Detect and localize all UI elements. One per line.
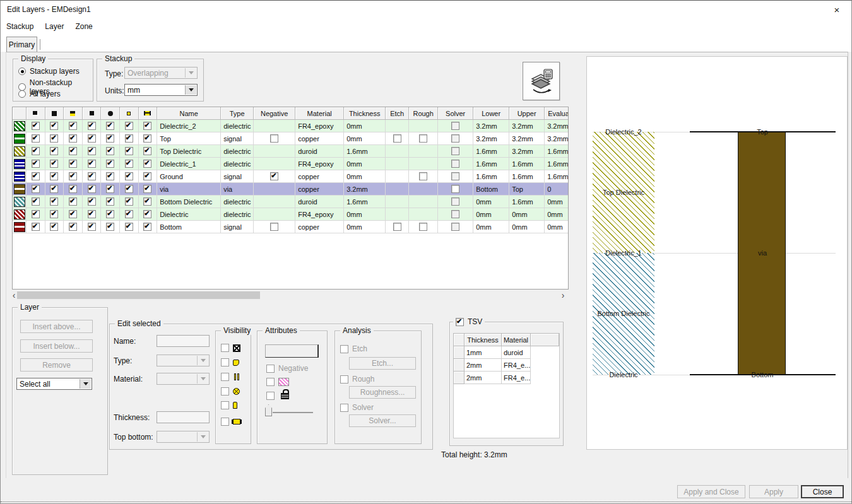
visibility-cell[interactable] xyxy=(101,158,120,170)
visibility-cell[interactable] xyxy=(120,196,139,208)
checkbox[interactable] xyxy=(88,147,96,155)
hatch-checkbox-row[interactable] xyxy=(266,378,289,386)
visibility-checkbox[interactable] xyxy=(221,387,229,396)
checkbox[interactable] xyxy=(451,172,459,180)
checkbox[interactable] xyxy=(50,210,58,218)
checkbox[interactable] xyxy=(451,160,459,168)
visibility-cell[interactable] xyxy=(120,132,139,145)
etch-cell[interactable] xyxy=(386,208,409,221)
layer-row-dielectric_2[interactable]: Dielectric_2dielectricFR4_epoxy0mm3.2mm3… xyxy=(13,120,568,132)
insert-below-button[interactable]: Insert below... xyxy=(20,339,93,353)
checkbox[interactable] xyxy=(106,223,114,231)
checkbox[interactable] xyxy=(143,185,151,193)
negative-cell[interactable] xyxy=(254,221,295,233)
checkbox[interactable] xyxy=(88,134,96,143)
checkbox[interactable] xyxy=(88,160,96,168)
radio-stackup-layers[interactable]: Stackup layers xyxy=(18,67,80,76)
rough-cell[interactable] xyxy=(409,221,438,233)
checkbox[interactable] xyxy=(32,172,40,180)
solver-cell[interactable] xyxy=(438,132,473,145)
view-3d-button[interactable] xyxy=(523,62,560,100)
visibility-cell[interactable] xyxy=(45,170,64,183)
layer-color-swatch[interactable] xyxy=(13,158,27,170)
checkbox[interactable] xyxy=(69,197,77,206)
checkbox[interactable] xyxy=(451,223,459,231)
visibility-cell[interactable] xyxy=(120,208,139,221)
visibility-cell[interactable] xyxy=(27,158,45,170)
transparency-slider-track[interactable] xyxy=(273,412,313,413)
layer-color-swatch[interactable] xyxy=(13,221,27,233)
visibility-cell[interactable] xyxy=(83,120,102,132)
transparency-slider-thumb[interactable] xyxy=(265,404,272,416)
layer-row-top[interactable]: Topsignalcopper0mm3.2mm3.2mm3.2mm xyxy=(13,132,568,145)
layer-row-dielectric[interactable]: DielectricdielectricFR4_epoxy0mm0mm0mm0m… xyxy=(13,208,568,221)
layer-color-swatch[interactable] xyxy=(13,208,27,221)
checkbox[interactable] xyxy=(106,147,114,155)
visibility-cell[interactable] xyxy=(64,208,83,221)
checkbox[interactable] xyxy=(88,185,96,193)
apply-and-close-button[interactable]: Apply and Close xyxy=(677,485,745,498)
visibility-cell[interactable] xyxy=(139,208,158,221)
layer-row-via[interactable]: viaviacopper3.2mmBottomTop0 xyxy=(13,183,568,196)
rough-cell[interactable] xyxy=(409,196,438,208)
checkbox[interactable] xyxy=(419,134,427,143)
negative-cell[interactable] xyxy=(254,183,295,196)
tsv-row-3[interactable]: 2mmFR4_e... xyxy=(453,372,559,384)
etch-cell[interactable] xyxy=(386,120,409,132)
material-dropdown[interactable] xyxy=(157,373,210,385)
visibility-cell[interactable] xyxy=(83,158,102,170)
visibility-checkbox[interactable] xyxy=(221,373,229,381)
visibility-checkbox[interactable] xyxy=(221,418,229,426)
checkbox[interactable] xyxy=(50,223,58,231)
checkbox[interactable] xyxy=(106,122,114,130)
checkbox[interactable] xyxy=(393,223,401,231)
visibility-cell[interactable] xyxy=(27,170,45,183)
checkbox[interactable] xyxy=(106,134,114,143)
checkbox[interactable] xyxy=(393,134,401,143)
visibility-cell[interactable] xyxy=(139,145,158,158)
tsv-row-selector[interactable] xyxy=(453,346,464,359)
layer-row-ground[interactable]: Groundsignalcopper0mm1.6mm1.6mm1.6mm xyxy=(13,170,568,183)
visibility-cell[interactable] xyxy=(83,145,102,158)
negative-cell[interactable] xyxy=(254,120,295,132)
negative-cell[interactable] xyxy=(254,145,295,158)
tsv-material-cell[interactable]: FR4_e... xyxy=(502,359,531,372)
checkbox[interactable] xyxy=(143,172,151,180)
checkbox[interactable] xyxy=(125,223,133,231)
etch-cell[interactable] xyxy=(386,145,409,158)
visibility-cell[interactable] xyxy=(64,145,83,158)
apply-button[interactable]: Apply xyxy=(749,485,798,498)
visibility-cell[interactable] xyxy=(83,132,102,145)
visibility-cell[interactable] xyxy=(64,132,83,145)
checkbox[interactable] xyxy=(32,185,40,193)
visibility-cell[interactable] xyxy=(139,183,158,196)
radio-icon[interactable] xyxy=(18,90,26,98)
units-dropdown[interactable]: mm xyxy=(124,84,198,96)
tsv-material-cell[interactable]: FR4_e... xyxy=(502,372,531,384)
layer-color-swatch[interactable] xyxy=(13,183,27,196)
checkbox[interactable] xyxy=(451,210,459,218)
checkbox[interactable] xyxy=(106,197,114,206)
checkbox[interactable] xyxy=(32,122,40,130)
visibility-cell[interactable] xyxy=(101,196,120,208)
checkbox[interactable] xyxy=(143,134,151,143)
visibility-item-board-outline[interactable] xyxy=(221,344,240,352)
scrollbar-thumb[interactable] xyxy=(17,291,260,299)
visibility-cell[interactable] xyxy=(45,183,64,196)
checkbox[interactable] xyxy=(32,147,40,155)
visibility-cell[interactable] xyxy=(27,183,45,196)
visibility-cell[interactable] xyxy=(139,132,158,145)
menu-layer[interactable]: Layer xyxy=(45,22,64,31)
visibility-cell[interactable] xyxy=(64,120,83,132)
visibility-cell[interactable] xyxy=(120,158,139,170)
checkbox[interactable] xyxy=(143,122,151,130)
checkbox[interactable] xyxy=(143,197,151,206)
visibility-cell[interactable] xyxy=(83,170,102,183)
visibility-cell[interactable] xyxy=(139,196,158,208)
visibility-item-pad[interactable] xyxy=(221,358,239,366)
visibility-cell[interactable] xyxy=(45,158,64,170)
visibility-checkbox[interactable] xyxy=(221,401,229,409)
checkbox[interactable] xyxy=(143,160,151,168)
visibility-cell[interactable] xyxy=(139,158,158,170)
checkbox[interactable] xyxy=(88,172,96,180)
